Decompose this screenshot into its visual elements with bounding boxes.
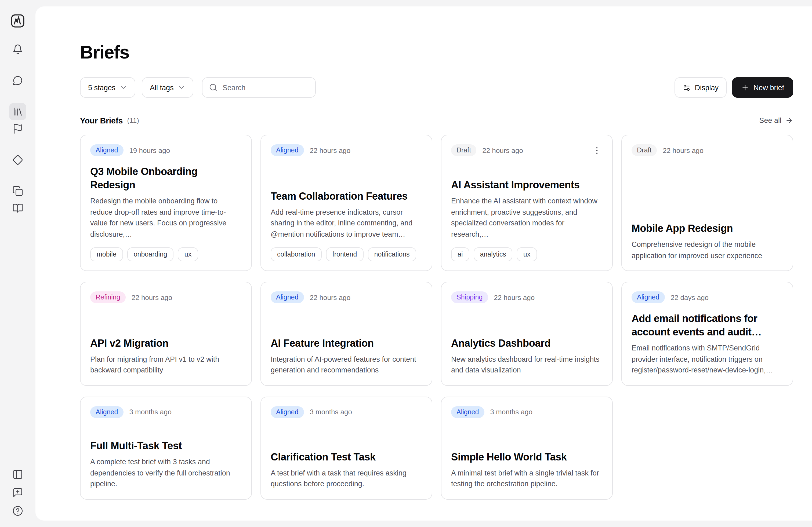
brief-title: Full Multi-Task Test	[90, 439, 242, 452]
brief-description: Comprehensive redesign of the mobile app…	[632, 239, 783, 261]
main-panel: Briefs 5 stages All tags	[35, 6, 812, 521]
card-header: Aligned 3 months ago	[90, 406, 242, 418]
status-badge: Aligned	[271, 144, 304, 156]
status-badge: Aligned	[271, 291, 304, 303]
card-timestamp: 22 hours ago	[132, 293, 172, 301]
card-timestamp: 19 hours ago	[129, 146, 170, 154]
brief-description: Integration of AI-powered features for c…	[271, 354, 422, 376]
status-badge: Aligned	[451, 406, 484, 418]
sidebar-item-toggle-panel[interactable]	[9, 466, 26, 483]
sidebar-item-library[interactable]	[9, 103, 26, 120]
display-button-label: Display	[695, 84, 719, 91]
sidebar-nav	[9, 41, 26, 217]
sidebar-item-goals[interactable]	[9, 151, 26, 168]
card-body: Team Collaboration Features Add real-tim…	[271, 181, 422, 261]
search-icon	[209, 83, 218, 92]
book-open-icon	[12, 203, 23, 214]
flag-icon	[12, 123, 23, 134]
card-menu-button[interactable]	[591, 144, 603, 156]
card-body: Analytics Dashboard New analytics dashbo…	[451, 328, 603, 376]
brief-title: Add email notifications for account even…	[632, 312, 783, 338]
brief-card[interactable]: Aligned 3 months ago Full Multi-Task Tes…	[80, 396, 252, 499]
sidebar-item-copies[interactable]	[9, 182, 26, 200]
brief-card[interactable]: Draft 22 hours ago Mobile App Redesign C…	[621, 135, 793, 271]
copy-icon	[12, 186, 23, 196]
brief-card[interactable]: Aligned 22 hours ago Team Collaboration …	[260, 135, 432, 271]
search-input[interactable]	[222, 84, 309, 91]
status-badge: Shipping	[451, 291, 488, 303]
brief-card[interactable]: Refining 22 hours ago API v2 Migration P…	[80, 282, 252, 386]
stages-filter-label: 5 stages	[88, 84, 115, 91]
tag-pill: ux	[517, 247, 537, 261]
library-icon	[12, 106, 23, 117]
app-logo[interactable]	[9, 13, 26, 30]
status-badge: Aligned	[90, 144, 123, 156]
card-body: API v2 Migration Plan for migrating from…	[90, 328, 242, 376]
card-timestamp: 3 months ago	[490, 408, 533, 416]
toolbar-right: Display New brief	[674, 77, 793, 98]
brief-description: Email notifications with SMTP/SendGrid p…	[632, 343, 783, 376]
brief-card[interactable]: Aligned 3 months ago Simple Hello World …	[441, 396, 613, 499]
card-header: Draft 22 hours ago	[632, 144, 783, 156]
brief-title: API v2 Migration	[90, 336, 242, 350]
brief-description: Redesign the mobile onboarding flow to r…	[90, 196, 242, 240]
tag-pill: collaboration	[271, 247, 322, 261]
brief-description: New analytics dashboard for real-time in…	[451, 354, 603, 376]
card-header: Aligned 3 months ago	[451, 406, 603, 418]
card-timestamp: 22 days ago	[670, 293, 709, 301]
chat-icon	[12, 75, 23, 86]
brief-card[interactable]: Aligned 22 days ago Add email notificati…	[621, 282, 793, 386]
app: Briefs 5 stages All tags	[0, 0, 812, 527]
logo-icon	[10, 13, 26, 29]
sidebar-item-docs[interactable]	[9, 200, 26, 217]
card-body: Add email notifications for account even…	[632, 303, 783, 376]
sidebar-item-help[interactable]	[9, 502, 26, 520]
your-briefs-header: Your Briefs (11) See all	[80, 116, 793, 125]
tag-pill: mobile	[90, 247, 123, 261]
chevron-down-icon	[178, 84, 186, 91]
sidebar-item-messages[interactable]	[9, 72, 26, 89]
brief-card[interactable]: Aligned 3 months ago Clarification Test …	[260, 396, 432, 499]
tag-pill: ux	[178, 247, 198, 261]
tag-pill: onboarding	[127, 247, 174, 261]
message-plus-icon	[12, 487, 23, 498]
toolbar: 5 stages All tags	[80, 77, 793, 98]
brief-title: Simple Hello World Task	[451, 450, 603, 463]
card-body: Simple Hello World Task A minimal test b…	[451, 441, 603, 490]
card-header: Draft 22 hours ago	[451, 144, 603, 156]
sidebar-item-feedback[interactable]	[9, 484, 26, 501]
card-timestamp: 3 months ago	[129, 408, 172, 416]
card-timestamp: 3 months ago	[309, 408, 352, 416]
card-body: Full Multi-Task Test A complete test bri…	[90, 431, 242, 490]
card-timestamp: 22 hours ago	[663, 146, 704, 154]
see-all-your-briefs[interactable]: See all	[759, 117, 793, 124]
sidebar-footer-nav	[9, 466, 26, 520]
brief-card[interactable]: Draft 22 hours ago AI Assistant Improvem…	[441, 135, 613, 271]
tag-pill: ai	[451, 247, 469, 261]
brief-card[interactable]: Aligned 19 hours ago Q3 Mobile Onboardin…	[80, 135, 252, 271]
card-timestamp: 22 hours ago	[494, 293, 535, 301]
status-badge: Draft	[632, 144, 657, 156]
brief-card[interactable]: Shipping 22 hours ago Analytics Dashboar…	[441, 282, 613, 386]
new-brief-button[interactable]: New brief	[732, 77, 793, 98]
sliders-icon	[682, 84, 690, 91]
card-timestamp: 22 hours ago	[482, 146, 523, 154]
card-body: Q3 Mobile Onboarding Redesign Redesign t…	[90, 156, 242, 261]
sidebar-item-flags[interactable]	[9, 120, 26, 137]
tags-filter-label: All tags	[150, 84, 174, 91]
card-header: Aligned 22 hours ago	[271, 144, 422, 156]
brief-card[interactable]: Aligned 22 hours ago AI Feature Integrat…	[260, 282, 432, 386]
chevron-down-icon	[120, 84, 127, 91]
tags-filter-dropdown[interactable]: All tags	[142, 77, 193, 98]
help-circle-icon	[12, 506, 23, 516]
diamond-icon	[12, 154, 23, 165]
card-header: Aligned 19 hours ago	[90, 144, 242, 156]
display-button[interactable]: Display	[674, 77, 727, 98]
card-header: Aligned 3 months ago	[271, 406, 422, 418]
status-badge: Draft	[451, 144, 476, 156]
brief-description: Add real-time presence indicators, curso…	[271, 207, 422, 240]
brief-title: AI Assistant Improvements	[451, 178, 603, 192]
sidebar-item-notifications[interactable]	[9, 41, 26, 58]
brief-description: Enhance the AI assistant with context wi…	[451, 196, 603, 240]
stages-filter-dropdown[interactable]: 5 stages	[80, 77, 135, 98]
